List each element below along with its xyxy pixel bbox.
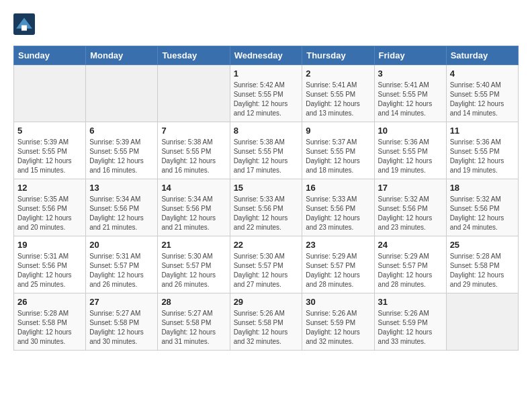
day-info: Sunrise: 5:32 AM Sunset: 5:56 PM Dayligh… <box>378 195 443 232</box>
calendar-week-row: 1Sunrise: 5:42 AM Sunset: 5:55 PM Daylig… <box>14 65 519 122</box>
calendar-cell <box>158 65 230 122</box>
calendar-cell: 14Sunrise: 5:34 AM Sunset: 5:56 PM Dayli… <box>158 179 230 236</box>
day-info: Sunrise: 5:27 AM Sunset: 5:58 PM Dayligh… <box>161 309 226 347</box>
calendar-week-row: 19Sunrise: 5:31 AM Sunset: 5:56 PM Dayli… <box>14 236 519 293</box>
calendar-cell: 18Sunrise: 5:32 AM Sunset: 5:56 PM Dayli… <box>446 179 518 236</box>
day-number: 27 <box>89 297 154 307</box>
calendar-cell: 8Sunrise: 5:38 AM Sunset: 5:55 PM Daylig… <box>230 122 302 179</box>
day-number: 20 <box>89 240 154 250</box>
calendar-cell: 2Sunrise: 5:41 AM Sunset: 5:55 PM Daylig… <box>302 65 374 122</box>
day-info: Sunrise: 5:39 AM Sunset: 5:55 PM Dayligh… <box>89 138 154 175</box>
day-info: Sunrise: 5:38 AM Sunset: 5:55 PM Dayligh… <box>161 138 226 175</box>
day-number: 29 <box>234 297 299 307</box>
day-info: Sunrise: 5:26 AM Sunset: 5:59 PM Dayligh… <box>306 309 370 347</box>
weekday-header: Thursday <box>302 46 374 65</box>
day-number: 6 <box>89 126 154 136</box>
day-info: Sunrise: 5:36 AM Sunset: 5:55 PM Dayligh… <box>450 138 515 175</box>
calendar-cell <box>86 65 158 122</box>
weekday-header: Tuesday <box>158 46 230 65</box>
weekday-header: Saturday <box>446 46 518 65</box>
day-number: 17 <box>378 183 443 193</box>
calendar-table: SundayMondayTuesdayWednesdayThursdayFrid… <box>13 46 519 351</box>
day-number: 25 <box>450 240 515 250</box>
day-number: 5 <box>17 126 82 136</box>
day-number: 11 <box>450 126 515 136</box>
day-info: Sunrise: 5:30 AM Sunset: 5:57 PM Dayligh… <box>234 252 299 289</box>
page-header <box>13 13 519 35</box>
day-info: Sunrise: 5:41 AM Sunset: 5:55 PM Dayligh… <box>306 81 370 118</box>
calendar-cell <box>446 293 518 351</box>
day-number: 15 <box>234 183 299 193</box>
day-info: Sunrise: 5:33 AM Sunset: 5:56 PM Dayligh… <box>306 195 370 232</box>
calendar-week-row: 26Sunrise: 5:28 AM Sunset: 5:58 PM Dayli… <box>14 293 519 351</box>
day-number: 30 <box>306 297 370 307</box>
day-number: 18 <box>450 183 515 193</box>
day-number: 19 <box>17 240 82 250</box>
day-number: 22 <box>234 240 299 250</box>
calendar-cell <box>14 65 86 122</box>
day-number: 8 <box>234 126 299 136</box>
calendar-cell: 10Sunrise: 5:36 AM Sunset: 5:55 PM Dayli… <box>374 122 446 179</box>
day-info: Sunrise: 5:35 AM Sunset: 5:56 PM Dayligh… <box>17 195 82 232</box>
day-info: Sunrise: 5:41 AM Sunset: 5:55 PM Dayligh… <box>378 81 443 118</box>
calendar-cell: 27Sunrise: 5:27 AM Sunset: 5:58 PM Dayli… <box>86 293 158 351</box>
day-number: 4 <box>450 68 515 79</box>
calendar-cell: 1Sunrise: 5:42 AM Sunset: 5:55 PM Daylig… <box>230 65 302 122</box>
calendar-cell: 31Sunrise: 5:26 AM Sunset: 5:59 PM Dayli… <box>374 293 446 351</box>
calendar-header-row: SundayMondayTuesdayWednesdayThursdayFrid… <box>14 46 519 65</box>
calendar-cell: 11Sunrise: 5:36 AM Sunset: 5:55 PM Dayli… <box>446 122 518 179</box>
calendar-cell: 3Sunrise: 5:41 AM Sunset: 5:55 PM Daylig… <box>374 65 446 122</box>
calendar-cell: 9Sunrise: 5:37 AM Sunset: 5:55 PM Daylig… <box>302 122 374 179</box>
calendar-cell: 29Sunrise: 5:26 AM Sunset: 5:58 PM Dayli… <box>230 293 302 351</box>
calendar-cell: 23Sunrise: 5:29 AM Sunset: 5:57 PM Dayli… <box>302 236 374 293</box>
calendar-cell: 19Sunrise: 5:31 AM Sunset: 5:56 PM Dayli… <box>14 236 86 293</box>
calendar-cell: 6Sunrise: 5:39 AM Sunset: 5:55 PM Daylig… <box>86 122 158 179</box>
day-number: 16 <box>306 183 370 193</box>
weekday-header: Sunday <box>14 46 86 65</box>
day-info: Sunrise: 5:31 AM Sunset: 5:57 PM Dayligh… <box>89 252 154 289</box>
weekday-header: Friday <box>374 46 446 65</box>
calendar-cell: 16Sunrise: 5:33 AM Sunset: 5:56 PM Dayli… <box>302 179 374 236</box>
logo <box>13 13 38 35</box>
day-info: Sunrise: 5:28 AM Sunset: 5:58 PM Dayligh… <box>17 309 82 347</box>
calendar-cell: 17Sunrise: 5:32 AM Sunset: 5:56 PM Dayli… <box>374 179 446 236</box>
calendar-cell: 20Sunrise: 5:31 AM Sunset: 5:57 PM Dayli… <box>86 236 158 293</box>
calendar-cell: 7Sunrise: 5:38 AM Sunset: 5:55 PM Daylig… <box>158 122 230 179</box>
day-number: 7 <box>161 126 226 136</box>
day-number: 14 <box>161 183 226 193</box>
weekday-header: Monday <box>86 46 158 65</box>
day-info: Sunrise: 5:34 AM Sunset: 5:56 PM Dayligh… <box>89 195 154 232</box>
calendar-cell: 24Sunrise: 5:29 AM Sunset: 5:57 PM Dayli… <box>374 236 446 293</box>
calendar-cell: 12Sunrise: 5:35 AM Sunset: 5:56 PM Dayli… <box>14 179 86 236</box>
calendar-cell: 22Sunrise: 5:30 AM Sunset: 5:57 PM Dayli… <box>230 236 302 293</box>
day-number: 23 <box>306 240 370 250</box>
day-info: Sunrise: 5:37 AM Sunset: 5:55 PM Dayligh… <box>306 138 370 175</box>
day-info: Sunrise: 5:34 AM Sunset: 5:56 PM Dayligh… <box>161 195 226 232</box>
calendar-cell: 13Sunrise: 5:34 AM Sunset: 5:56 PM Dayli… <box>86 179 158 236</box>
logo-icon <box>13 13 35 35</box>
day-number: 3 <box>378 68 443 79</box>
day-number: 2 <box>306 68 370 79</box>
day-info: Sunrise: 5:26 AM Sunset: 5:58 PM Dayligh… <box>234 309 299 347</box>
day-info: Sunrise: 5:42 AM Sunset: 5:55 PM Dayligh… <box>234 81 299 118</box>
day-number: 24 <box>378 240 443 250</box>
day-info: Sunrise: 5:31 AM Sunset: 5:56 PM Dayligh… <box>17 252 82 289</box>
day-number: 10 <box>378 126 443 136</box>
calendar-week-row: 12Sunrise: 5:35 AM Sunset: 5:56 PM Dayli… <box>14 179 519 236</box>
calendar-cell: 21Sunrise: 5:30 AM Sunset: 5:57 PM Dayli… <box>158 236 230 293</box>
day-info: Sunrise: 5:39 AM Sunset: 5:55 PM Dayligh… <box>17 138 82 175</box>
day-number: 1 <box>234 68 299 79</box>
weekday-header: Wednesday <box>230 46 302 65</box>
svg-rect-2 <box>21 26 27 31</box>
day-info: Sunrise: 5:28 AM Sunset: 5:58 PM Dayligh… <box>450 252 515 289</box>
day-info: Sunrise: 5:26 AM Sunset: 5:59 PM Dayligh… <box>378 309 443 347</box>
calendar-cell: 28Sunrise: 5:27 AM Sunset: 5:58 PM Dayli… <box>158 293 230 351</box>
calendar-cell: 15Sunrise: 5:33 AM Sunset: 5:56 PM Dayli… <box>230 179 302 236</box>
day-number: 28 <box>161 297 226 307</box>
day-info: Sunrise: 5:29 AM Sunset: 5:57 PM Dayligh… <box>378 252 443 289</box>
day-info: Sunrise: 5:36 AM Sunset: 5:55 PM Dayligh… <box>378 138 443 175</box>
calendar-week-row: 5Sunrise: 5:39 AM Sunset: 5:55 PM Daylig… <box>14 122 519 179</box>
day-info: Sunrise: 5:32 AM Sunset: 5:56 PM Dayligh… <box>450 195 515 232</box>
day-info: Sunrise: 5:33 AM Sunset: 5:56 PM Dayligh… <box>234 195 299 232</box>
day-info: Sunrise: 5:30 AM Sunset: 5:57 PM Dayligh… <box>161 252 226 289</box>
